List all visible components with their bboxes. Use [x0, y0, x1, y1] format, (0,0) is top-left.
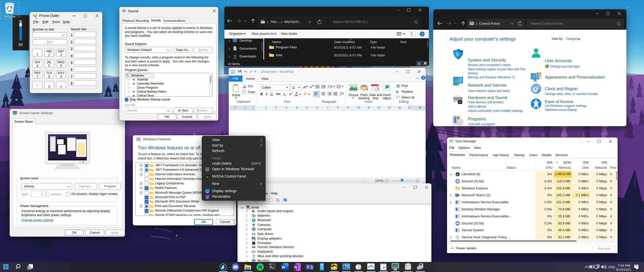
svg-text:T: T: [307, 265, 309, 269]
svg-text:2: 2: [275, 106, 277, 109]
svg-text:16: 16: [418, 106, 421, 109]
svg-text:ENG: ENG: [609, 265, 615, 269]
svg-text:T: T: [456, 194, 458, 196]
svg-text:?: ?: [421, 32, 423, 36]
svg-text:8: 8: [337, 106, 339, 109]
svg-text:6/10/2021: 6/10/2021: [616, 268, 631, 271]
svg-text:?: ?: [423, 76, 424, 80]
svg-text:3: 3: [286, 106, 287, 109]
svg-text:4: 4: [296, 106, 297, 109]
svg-text:11: 11: [368, 106, 370, 109]
svg-text:14: 14: [398, 106, 401, 109]
svg-text:1: 1: [245, 106, 246, 109]
svg-text:A: A: [382, 265, 385, 269]
svg-text:12: 12: [377, 106, 380, 109]
svg-text:9: 9: [347, 106, 349, 109]
svg-text:W: W: [282, 265, 285, 269]
svg-text:6: 6: [316, 106, 318, 109]
svg-text:5: 5: [306, 106, 308, 109]
svg-text:10: 10: [357, 106, 360, 109]
svg-text:N: N: [294, 265, 297, 269]
svg-text:13: 13: [388, 106, 391, 109]
svg-text:1: 1: [265, 106, 266, 109]
svg-text:2: 2: [234, 106, 236, 109]
svg-text:7: 7: [327, 106, 329, 109]
svg-text:7:04 PM: 7:04 PM: [618, 264, 630, 267]
